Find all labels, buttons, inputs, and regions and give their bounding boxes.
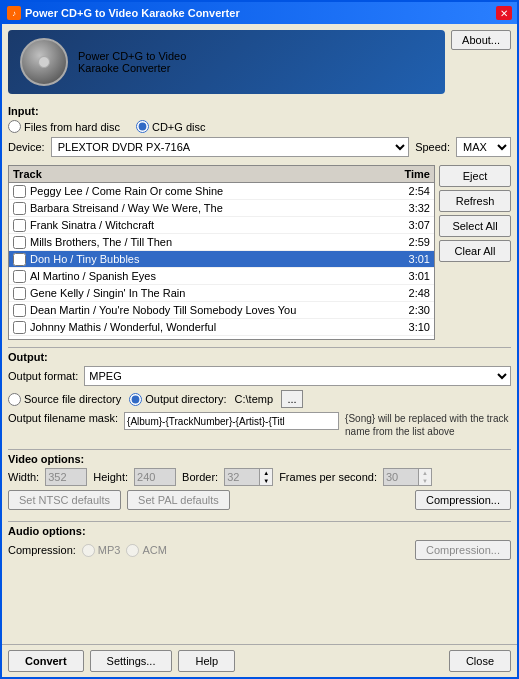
track-checkbox[interactable]	[13, 219, 26, 232]
table-row[interactable]: Al Martino / Spanish Eyes 3:01	[9, 268, 434, 285]
track-time: 3:32	[395, 202, 430, 214]
video-compression-button[interactable]: Compression...	[415, 490, 511, 510]
table-row[interactable]: Johnny Mathis / Wonderful, Wonderful 3:1…	[9, 319, 434, 336]
mp3-radio-option[interactable]: MP3	[82, 544, 121, 557]
clear-all-button[interactable]: Clear All	[439, 240, 511, 262]
table-row[interactable]: Dean Martin / You're Nobody Till Somebod…	[9, 302, 434, 319]
cd-radio[interactable]	[136, 120, 149, 133]
ntsc-button[interactable]: Set NTSC defaults	[8, 490, 121, 510]
output-dir-value: C:\temp	[235, 393, 274, 405]
track-name: Peggy Lee / Come Rain Or come Shine	[30, 185, 395, 197]
border-spinner-buttons[interactable]: ▲ ▼	[259, 468, 273, 486]
fps-spinner[interactable]: ▲ ▼	[383, 468, 432, 486]
output-dir-radio-option[interactable]: Output directory:	[129, 393, 226, 406]
mask-input[interactable]	[124, 412, 339, 430]
border-label: Border:	[182, 471, 218, 483]
audio-row: Compression: MP3 ACM Compression...	[8, 540, 511, 560]
track-time: 3:10	[395, 321, 430, 333]
device-label: Device:	[8, 141, 45, 153]
table-row[interactable]: Mills Brothers, The / Till Then 2:59	[9, 234, 434, 251]
close-icon[interactable]: ✕	[496, 6, 512, 20]
acm-radio	[126, 544, 139, 557]
source-dir-radio-option[interactable]: Source file directory	[8, 393, 121, 406]
track-time: 2:54	[395, 185, 430, 197]
table-row[interactable]: Don Ho / Tiny Bubbles 3:01	[9, 251, 434, 268]
audio-compression-label: Compression:	[8, 544, 76, 556]
close-button[interactable]: Close	[449, 650, 511, 672]
track-name: Mills Brothers, The / Till Then	[30, 236, 395, 248]
browse-button[interactable]: ...	[281, 390, 303, 408]
speed-select[interactable]: MAX	[456, 137, 511, 157]
track-list-header: Track Time	[9, 166, 434, 183]
hdd-radio[interactable]	[8, 120, 21, 133]
track-checkbox[interactable]	[13, 185, 26, 198]
window-title: Power CD+G to Video Karaoke Converter	[25, 7, 240, 19]
table-row[interactable]: Barbara Streisand / Way We Were, The 3:3…	[9, 200, 434, 217]
track-list-body[interactable]: Peggy Lee / Come Rain Or come Shine 2:54…	[9, 183, 434, 339]
select-all-button[interactable]: Select All	[439, 215, 511, 237]
format-label: Output format:	[8, 370, 78, 382]
format-select[interactable]: MPEG	[84, 366, 511, 386]
border-up-button[interactable]: ▲	[260, 469, 272, 477]
track-checkbox[interactable]	[13, 202, 26, 215]
audio-compression-button[interactable]: Compression...	[415, 540, 511, 560]
track-name: Don Ho / Tiny Bubbles	[30, 253, 395, 265]
acm-radio-option[interactable]: ACM	[126, 544, 166, 557]
video-section: Video options: Width: Height: Border: ▲ …	[8, 453, 511, 514]
format-row: Output format: MPEG	[8, 366, 511, 386]
track-col-header: Track	[13, 168, 395, 180]
track-checkbox[interactable]	[13, 253, 26, 266]
source-dir-radio[interactable]	[8, 393, 21, 406]
track-name: Gene Kelly / Singin' In The Rain	[30, 287, 395, 299]
help-button[interactable]: Help	[178, 650, 235, 672]
table-row[interactable]: Frank Sinatra / Witchcraft 3:07	[9, 217, 434, 234]
audio-section: Audio options: Compression: MP3 ACM Comp…	[8, 525, 511, 560]
table-row[interactable]: Peggy Lee / Come Rain Or come Shine 2:54	[9, 183, 434, 200]
eject-button[interactable]: Eject	[439, 165, 511, 187]
border-input[interactable]	[224, 468, 259, 486]
title-bar: ♪ Power CD+G to Video Karaoke Converter …	[2, 2, 517, 24]
track-time: 2:59	[395, 236, 430, 248]
convert-button[interactable]: Convert	[8, 650, 84, 672]
audio-section-label: Audio options:	[8, 525, 511, 537]
defaults-row: Set NTSC defaults Set PAL defaults Compr…	[8, 490, 511, 510]
track-time: 2:30	[395, 304, 430, 316]
output-dir-radio[interactable]	[129, 393, 142, 406]
cd-radio-option[interactable]: CD+G disc	[136, 120, 206, 133]
track-time: 3:01	[395, 253, 430, 265]
about-button[interactable]: About...	[451, 30, 511, 50]
border-spinner[interactable]: ▲ ▼	[224, 468, 273, 486]
input-section: Input: Files from hard disc CD+G disc De…	[8, 105, 511, 161]
bottom-bar: Convert Settings... Help Close	[2, 644, 517, 677]
speed-label: Speed:	[415, 141, 450, 153]
width-input	[45, 468, 87, 486]
input-radio-row: Files from hard disc CD+G disc	[8, 120, 511, 133]
track-checkbox[interactable]	[13, 321, 26, 334]
mask-row: Output filename mask: {Song} will be rep…	[8, 412, 511, 438]
fps-down-button: ▼	[419, 477, 431, 485]
hdd-radio-option[interactable]: Files from hard disc	[8, 120, 120, 133]
settings-button[interactable]: Settings...	[90, 650, 173, 672]
main-track-area: Track Time Peggy Lee / Come Rain Or come…	[8, 165, 511, 340]
track-checkbox[interactable]	[13, 287, 26, 300]
border-down-button[interactable]: ▼	[260, 477, 272, 485]
main-window: ♪ Power CD+G to Video Karaoke Converter …	[0, 0, 519, 679]
track-checkbox[interactable]	[13, 304, 26, 317]
track-time: 2:48	[395, 287, 430, 299]
track-checkbox[interactable]	[13, 270, 26, 283]
track-checkbox[interactable]	[13, 236, 26, 249]
refresh-button[interactable]: Refresh	[439, 190, 511, 212]
fps-label: Frames per second:	[279, 471, 377, 483]
mask-label: Output filename mask:	[8, 412, 118, 424]
track-name: Johnny Mathis / Wonderful, Wonderful	[30, 321, 395, 333]
app-icon: ♪	[7, 6, 21, 20]
track-name: Frank Sinatra / Witchcraft	[30, 219, 395, 231]
table-row[interactable]: Gene Kelly / Singin' In The Rain 2:48	[9, 285, 434, 302]
height-label: Height:	[93, 471, 128, 483]
track-list-container: Track Time Peggy Lee / Come Rain Or come…	[8, 165, 435, 340]
pal-button[interactable]: Set PAL defaults	[127, 490, 230, 510]
device-select[interactable]: PLEXTOR DVDR PX-716A	[51, 137, 409, 157]
device-row: Device: PLEXTOR DVDR PX-716A Speed: MAX	[8, 137, 511, 157]
height-input	[134, 468, 176, 486]
video-options-row: Width: Height: Border: ▲ ▼ Frames per se…	[8, 468, 511, 486]
